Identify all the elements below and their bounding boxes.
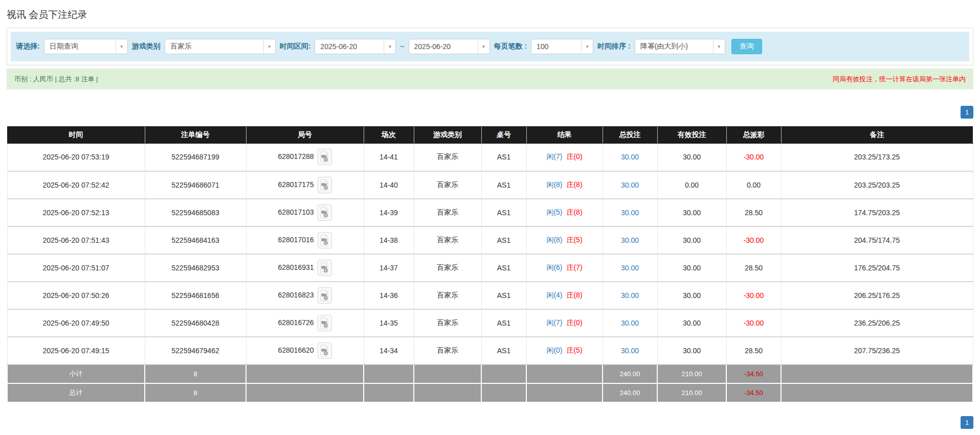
result-banker: 庄(0)	[566, 318, 582, 327]
table-row: 2025-06-20 07:49:50 522594680428 6280167…	[7, 309, 973, 337]
date-range-label: 时间区间:	[280, 42, 311, 51]
total-bet-link[interactable]: 30.00	[621, 347, 639, 355]
total-bet-link[interactable]: 30.00	[621, 209, 639, 217]
cell-remark: 206.25/176.25	[781, 282, 973, 309]
time-order-select[interactable]: 降幂(由大到小) ▼	[635, 39, 725, 54]
cell-payout: -30.00	[726, 226, 781, 254]
video-file-icon	[320, 234, 329, 246]
cell-bet-id: 522594687199	[145, 144, 246, 171]
round-id-text: 628016823	[278, 290, 314, 299]
cell-bet-id: 522594680428	[145, 309, 246, 337]
col-table-no: 桌号	[481, 127, 526, 144]
cell-total-bet: 30.00	[603, 199, 657, 226]
video-replay-button[interactable]	[318, 342, 332, 359]
cell-table-no: AS1	[481, 282, 526, 309]
video-replay-button[interactable]	[318, 177, 332, 193]
cell-valid-bet: 30.00	[657, 144, 726, 171]
total-count: 8	[145, 383, 246, 402]
cell-game-type: 百家乐	[414, 282, 481, 309]
result-player: 闲(6)	[546, 263, 562, 271]
cell-valid-bet: 30.00	[657, 254, 726, 282]
video-replay-button[interactable]	[318, 260, 332, 276]
date-range-separator: ~	[400, 42, 404, 51]
chevron-down-icon: ▼	[263, 39, 275, 54]
cell-total-bet: 30.00	[603, 254, 657, 282]
query-type-select[interactable]: 日期查询 ▼	[44, 39, 128, 54]
summary-bar: 币别 : 人民币 | 总共 :8 注单 | 同局有效投注，统一计算在该局第一张注…	[7, 68, 973, 89]
game-type-value: 百家乐	[165, 42, 263, 51]
total-valid-bet: 210.00	[657, 383, 726, 402]
cell-bet-id: 522594682953	[145, 254, 246, 282]
cell-table-no: AS1	[481, 254, 526, 282]
cell-result: 闲(5) 庄(8)	[526, 199, 603, 226]
game-type-label: 游戏类别	[132, 42, 161, 51]
cell-remark: 203.25/173.25	[781, 144, 973, 171]
subtotal-total-bet: 240.00	[603, 364, 657, 383]
result-banker: 庄(8)	[566, 180, 582, 189]
cell-result: 闲(8) 庄(8)	[526, 171, 603, 199]
round-id-text: 628017175	[278, 180, 314, 188]
date-to-select[interactable]: 2025-06-20 ▼	[409, 39, 490, 54]
page-size-select[interactable]: 100 ▼	[531, 39, 593, 54]
col-payout: 总派彩	[726, 127, 781, 144]
total-bet-link[interactable]: 30.00	[621, 236, 639, 244]
table-row: 2025-06-20 07:53:19 522594687199 6280172…	[7, 144, 973, 171]
date-to-value: 2025-06-20	[409, 42, 478, 51]
page-button-1[interactable]: 1	[961, 416, 973, 429]
result-banker: 庄(0)	[566, 152, 582, 161]
table-header-row: 时间 注单编号 局号 场次 游戏类别 桌号 结果 总投注 有效投注 总派彩 备注	[7, 127, 973, 144]
cell-valid-bet: 30.00	[657, 309, 726, 337]
cell-total-bet: 30.00	[603, 282, 657, 309]
page-button-1[interactable]: 1	[961, 106, 973, 119]
filter-bar: 请选择: 日期查询 ▼ 游戏类别 百家乐 ▼ 时间区间: 2025-06-20 …	[11, 32, 969, 61]
cell-round-id: 628016620	[246, 337, 364, 364]
cell-valid-bet: 0.00	[657, 171, 726, 199]
video-replay-button[interactable]	[318, 232, 332, 248]
cell-session: 14-34	[364, 337, 414, 364]
cell-payout: 28.50	[726, 254, 781, 282]
round-id-text: 628016931	[278, 263, 314, 271]
col-session: 场次	[364, 127, 414, 144]
result-player: 闲(7)	[546, 152, 562, 161]
cell-remark: 176.25/204.75	[781, 254, 973, 282]
result-banker: 庄(8)	[566, 208, 582, 216]
date-from-select[interactable]: 2025-06-20 ▼	[315, 39, 396, 54]
subtotal-valid-bet: 210.00	[657, 364, 726, 383]
cell-valid-bet: 30.00	[657, 337, 726, 364]
col-result: 结果	[526, 127, 603, 144]
cell-game-type: 百家乐	[414, 254, 481, 282]
table-row: 2025-06-20 07:51:07 522594682953 6280169…	[7, 254, 973, 282]
cell-total-bet: 30.00	[603, 309, 657, 337]
cell-table-no: AS1	[481, 226, 526, 254]
cell-table-no: AS1	[481, 337, 526, 364]
video-replay-button[interactable]	[318, 149, 332, 165]
video-file-icon	[320, 317, 329, 329]
cell-result: 闲(7) 庄(0)	[526, 144, 603, 171]
cell-total-bet: 30.00	[603, 337, 657, 364]
cell-bet-id: 522594685083	[145, 199, 246, 226]
total-bet-link[interactable]: 30.00	[621, 291, 639, 300]
cell-valid-bet: 30.00	[657, 199, 726, 226]
total-bet-link[interactable]: 30.00	[621, 153, 639, 161]
video-replay-button[interactable]	[318, 287, 332, 304]
cell-result: 闲(0) 庄(5)	[526, 337, 603, 364]
table-row: 2025-06-20 07:51:43 522594684163 6280170…	[7, 226, 973, 254]
result-player: 闲(5)	[546, 208, 562, 216]
search-button[interactable]: 查询	[731, 39, 762, 54]
total-label: 总计	[7, 383, 145, 402]
subtotal-payout: -34.50	[726, 364, 781, 383]
video-replay-button[interactable]	[318, 315, 332, 331]
video-replay-button[interactable]	[318, 204, 332, 221]
cell-game-type: 百家乐	[414, 309, 481, 337]
round-id-text: 628016726	[278, 318, 314, 326]
video-file-icon	[320, 345, 329, 357]
total-bet-link[interactable]: 30.00	[621, 264, 639, 272]
total-bet-link[interactable]: 30.00	[621, 319, 639, 327]
game-type-select[interactable]: 百家乐 ▼	[165, 39, 276, 54]
cell-result: 闲(7) 庄(0)	[526, 309, 603, 337]
chevron-down-icon: ▼	[116, 39, 127, 54]
cell-payout: -30.00	[726, 144, 781, 171]
cell-bet-id: 522594681656	[145, 282, 246, 309]
cell-bet-id: 522594679462	[145, 337, 246, 364]
total-bet-link[interactable]: 30.00	[621, 181, 639, 189]
